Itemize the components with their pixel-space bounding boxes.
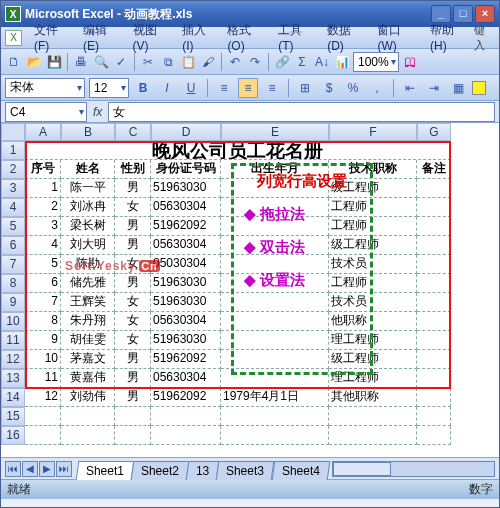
open-file-icon[interactable]: 📂 (25, 52, 43, 72)
sheet-tab-Sheet4[interactable]: Sheet4 (271, 461, 330, 480)
row-header-9[interactable]: 9 (1, 293, 25, 312)
sort-asc-icon[interactable]: A↓ (313, 52, 331, 72)
row-header-15[interactable]: 15 (1, 407, 25, 426)
cell[interactable]: 10 (25, 350, 61, 369)
fill-color-icon[interactable] (472, 81, 486, 95)
cell[interactable]: 姓名 (61, 160, 115, 179)
cell[interactable]: 4 (25, 236, 61, 255)
cell[interactable] (61, 426, 115, 445)
cell[interactable]: 51962092 (151, 217, 221, 236)
menu-file[interactable]: 文件(F) (34, 22, 71, 53)
tab-last-icon[interactable]: ⏭ (56, 461, 72, 477)
preview-icon[interactable]: 🔍 (92, 52, 110, 72)
name-box[interactable]: C4 (5, 102, 87, 122)
row-header-8[interactable]: 8 (1, 274, 25, 293)
paste-icon[interactable]: 📋 (179, 52, 197, 72)
cell[interactable]: 序号 (25, 160, 61, 179)
menu-view[interactable]: 视图(V) (133, 22, 171, 53)
cell[interactable]: 胡佳雯 (61, 331, 115, 350)
sheet-tab-Sheet3[interactable]: Sheet3 (216, 461, 275, 480)
row-header-5[interactable]: 5 (1, 217, 25, 236)
help-prompt[interactable]: 键入 (474, 23, 495, 53)
tab-prev-icon[interactable]: ◀ (22, 461, 38, 477)
undo-icon[interactable]: ↶ (226, 52, 244, 72)
help-icon[interactable]: 🕮 (401, 52, 419, 72)
align-left-icon[interactable]: ≡ (214, 78, 234, 98)
cell[interactable] (151, 407, 221, 426)
redo-icon[interactable]: ↷ (246, 52, 264, 72)
hyperlink-icon[interactable]: 🔗 (273, 52, 291, 72)
font-size-combo[interactable]: 12 (89, 78, 129, 98)
cell[interactable]: 刘劲伟 (61, 388, 115, 407)
maximize-button[interactable]: □ (453, 5, 473, 23)
zoom-combo[interactable]: 100% (353, 52, 399, 72)
cell[interactable]: 05630304 (151, 369, 221, 388)
cell[interactable]: 51963030 (151, 274, 221, 293)
col-header-G[interactable]: G (417, 123, 451, 141)
cell[interactable]: 男 (115, 236, 151, 255)
sheet-title[interactable]: 晚风公司员工花名册 (25, 141, 451, 160)
fx-label[interactable]: fx (93, 105, 102, 119)
cell[interactable]: 05630304 (151, 198, 221, 217)
cell[interactable] (417, 331, 451, 350)
cell[interactable]: 陈勘 (61, 255, 115, 274)
row-header-1[interactable]: 1 (1, 141, 25, 160)
cell[interactable]: 朱丹翔 (61, 312, 115, 331)
comma-icon[interactable]: , (367, 78, 387, 98)
cell[interactable] (417, 293, 451, 312)
col-header-A[interactable]: A (25, 123, 61, 141)
cell[interactable]: 刘冰冉 (61, 198, 115, 217)
align-right-icon[interactable]: ≡ (262, 78, 282, 98)
scroll-thumb[interactable] (333, 462, 391, 476)
worksheet-grid[interactable]: ABCDEFG 1晚风公司员工花名册2序号姓名性别身份证号码出生年月技术职称备注… (1, 123, 499, 457)
italic-button[interactable]: I (157, 78, 177, 98)
cell[interactable]: 3 (25, 217, 61, 236)
col-header-D[interactable]: D (151, 123, 221, 141)
cell[interactable]: 7 (25, 293, 61, 312)
cell[interactable]: 女 (115, 198, 151, 217)
borders-icon[interactable]: ▦ (448, 78, 468, 98)
cell[interactable] (417, 217, 451, 236)
close-button[interactable]: × (475, 5, 495, 23)
cell[interactable]: 王辉笑 (61, 293, 115, 312)
cell[interactable] (417, 350, 451, 369)
bold-button[interactable]: B (133, 78, 153, 98)
cell[interactable]: 8 (25, 312, 61, 331)
cell[interactable]: 身份证号码 (151, 160, 221, 179)
row-header-14[interactable]: 14 (1, 388, 25, 407)
cell[interactable]: 1 (25, 179, 61, 198)
row-header-4[interactable]: 4 (1, 198, 25, 217)
menu-help[interactable]: 帮助(H) (430, 22, 468, 53)
sheet-tab-13[interactable]: 13 (186, 461, 220, 480)
tab-next-icon[interactable]: ▶ (39, 461, 55, 477)
autosum-icon[interactable]: Σ (293, 52, 311, 72)
cell[interactable]: 男 (115, 388, 151, 407)
cell[interactable] (25, 426, 61, 445)
print-icon[interactable]: 🖶 (72, 52, 90, 72)
cell[interactable]: 女 (115, 331, 151, 350)
row-header-12[interactable]: 12 (1, 350, 25, 369)
cell[interactable]: 男 (115, 274, 151, 293)
cell[interactable]: 男 (115, 369, 151, 388)
cell[interactable] (417, 369, 451, 388)
cell[interactable] (151, 426, 221, 445)
cut-icon[interactable]: ✂ (139, 52, 157, 72)
cell[interactable]: 女 (115, 293, 151, 312)
merge-icon[interactable]: ⊞ (295, 78, 315, 98)
cell[interactable]: 51963030 (151, 179, 221, 198)
cell[interactable]: 男 (115, 179, 151, 198)
cell[interactable]: 11 (25, 369, 61, 388)
cell[interactable]: 梁长树 (61, 217, 115, 236)
row-header-13[interactable]: 13 (1, 369, 25, 388)
cell[interactable]: 12 (25, 388, 61, 407)
cell[interactable] (417, 198, 451, 217)
cell[interactable] (115, 407, 151, 426)
select-all-corner[interactable] (1, 123, 25, 141)
spelling-icon[interactable]: ✓ (112, 52, 130, 72)
cell[interactable]: 女 (115, 255, 151, 274)
indent-inc-icon[interactable]: ⇥ (424, 78, 444, 98)
cell[interactable] (417, 236, 451, 255)
menu-tools[interactable]: 工具(T) (278, 22, 315, 53)
cell[interactable]: 男 (115, 217, 151, 236)
align-center-icon[interactable]: ≡ (238, 78, 258, 98)
